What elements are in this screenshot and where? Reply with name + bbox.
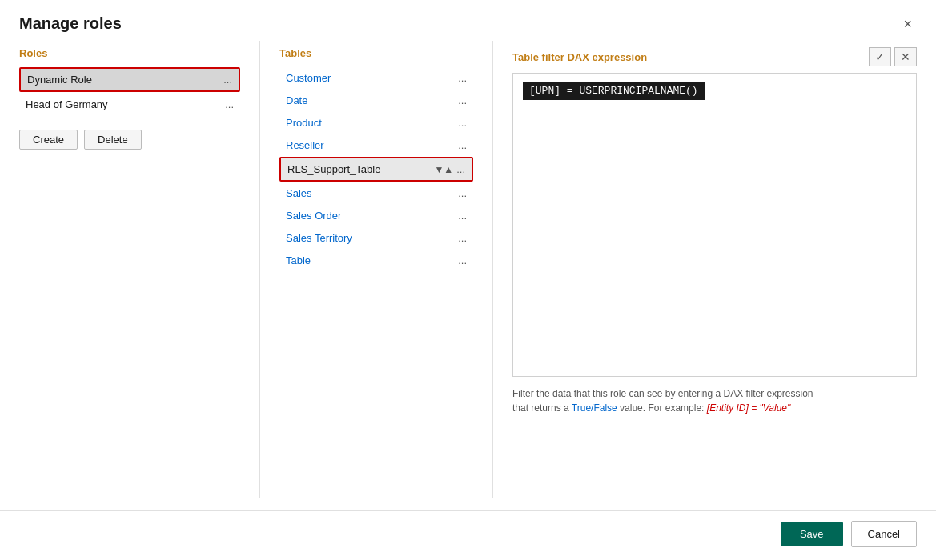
table-ellipsis-rls-support[interactable]: ... [456,163,465,175]
table-item-right-reseller: ... [458,139,467,151]
table-item-right-customer: ... [458,72,467,84]
table-ellipsis-product[interactable]: ... [458,117,467,129]
table-ellipsis-sales-territory[interactable]: ... [458,232,467,244]
filter-icon-rls: ▼▲ [434,164,453,175]
table-item-right-sales-order: ... [458,210,467,222]
table-item-rls-support-table[interactable]: RLS_Support_Table ▼▲ ... [279,157,473,182]
table-item-sales[interactable]: Sales ... [279,182,473,204]
create-role-button[interactable]: Create [19,130,78,150]
role-ellipsis-head-of-germany[interactable]: ... [225,98,234,110]
roles-panel: Roles Dynamic Role ... Head of Germany .… [19,41,259,498]
dax-panel-title: Table filter DAX expression [512,51,647,63]
table-item-right-sales-territory: ... [458,232,467,244]
dax-header: Table filter DAX expression ✓ ✕ [512,47,917,66]
table-name-customer: Customer [286,72,331,84]
dialog-footer: Save Cancel [0,510,936,560]
table-item-sales-territory[interactable]: Sales Territory ... [279,227,473,249]
table-item-right-product: ... [458,117,467,129]
dialog-header: Manage roles × [0,0,936,41]
role-name-head-of-germany: Head of Germany [26,98,108,110]
table-ellipsis-reseller[interactable]: ... [458,139,467,151]
tables-panel-title: Tables [279,47,473,59]
table-item-customer[interactable]: Customer ... [279,67,473,89]
save-button[interactable]: Save [781,522,843,546]
table-item-reseller[interactable]: Reseller ... [279,134,473,156]
table-item-sales-order[interactable]: Sales Order ... [279,205,473,226]
table-name-table: Table [286,254,311,266]
role-ellipsis-dynamic-role[interactable]: ... [223,74,232,86]
manage-roles-dialog: Manage roles × Roles Dynamic Role ... He… [0,0,936,560]
dialog-body: Roles Dynamic Role ... Head of Germany .… [0,41,936,510]
tables-panel: Tables Customer ... Date ... Product ... [260,41,492,498]
table-ellipsis-date[interactable]: ... [458,94,467,106]
dax-hint-true: True/False [572,402,617,414]
dax-confirm-button[interactable]: ✓ [869,47,891,66]
close-button[interactable]: × [898,15,917,33]
delete-role-button[interactable]: Delete [84,130,142,150]
dax-hint-text: Filter the data that this role can see b… [512,388,813,414]
table-name-date: Date [286,94,307,106]
table-name-sales-territory: Sales Territory [286,232,352,244]
table-ellipsis-table[interactable]: ... [458,254,467,266]
table-item-table[interactable]: Table ... [279,250,473,271]
cancel-button[interactable]: Cancel [851,521,917,547]
table-name-sales-order: Sales Order [286,210,341,222]
table-ellipsis-customer[interactable]: ... [458,72,467,84]
role-item-dynamic-role[interactable]: Dynamic Role ... [19,67,240,92]
dax-panel: Table filter DAX expression ✓ ✕ [UPN] = … [493,41,917,498]
table-item-right-sales: ... [458,187,467,199]
role-item-head-of-germany[interactable]: Head of Germany ... [19,94,240,115]
role-name-dynamic-role: Dynamic Role [27,74,92,86]
roles-panel-title: Roles [19,47,240,59]
dax-controls: ✓ ✕ [869,47,917,66]
role-actions: Create Delete [19,130,240,150]
table-name-product: Product [286,117,322,129]
table-item-right-rls-support: ▼▲ ... [434,163,465,175]
table-ellipsis-sales-order[interactable]: ... [458,210,467,222]
table-item-date[interactable]: Date ... [279,90,473,111]
table-item-product[interactable]: Product ... [279,112,473,134]
dax-close-button[interactable]: ✕ [894,47,917,66]
dax-expression[interactable]: [UPN] = USERPRINCIPALNAME() [523,82,705,100]
table-ellipsis-sales[interactable]: ... [458,187,467,199]
dax-hint: Filter the data that this role can see b… [512,386,917,415]
table-item-right-date: ... [458,94,467,106]
table-name-reseller: Reseller [286,139,324,151]
table-name-sales: Sales [286,187,312,199]
table-name-rls-support-table: RLS_Support_Table [287,163,380,175]
table-item-right-table: ... [458,254,467,266]
dax-editor[interactable]: [UPN] = USERPRINCIPALNAME() [512,73,917,377]
dax-hint-example: [Entity ID] = "Value" [707,402,790,414]
dialog-title: Manage roles [19,14,122,33]
